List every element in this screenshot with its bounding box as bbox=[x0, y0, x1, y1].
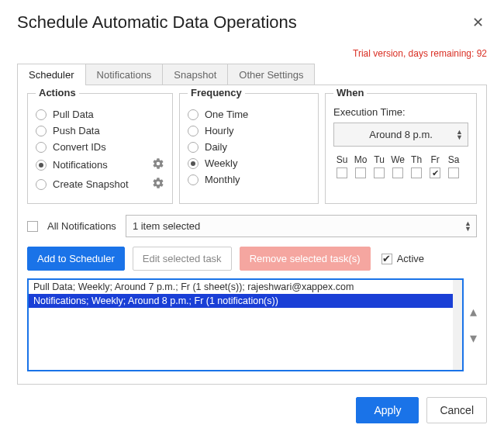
tab-bar: SchedulerNotificationsSnapshotOther Sett… bbox=[17, 64, 487, 85]
day-column-sa: Sa bbox=[445, 154, 462, 178]
stepper-icon: ▲▼ bbox=[464, 221, 471, 232]
frequency-option-label: Daily bbox=[205, 141, 227, 153]
day-column-su: Su bbox=[333, 154, 350, 178]
day-label: Tu bbox=[371, 154, 388, 165]
trial-notice: Trial version, days remaining: 92 bbox=[17, 48, 487, 59]
day-label: Fr bbox=[426, 154, 444, 165]
frequency-option-label: One Time bbox=[205, 109, 248, 120]
all-notifications-checkbox[interactable] bbox=[27, 221, 38, 232]
day-column-mo: Mo bbox=[352, 154, 369, 178]
day-checkbox-fr[interactable]: ✔ bbox=[430, 167, 440, 178]
action-option-convert-ids[interactable]: Convert IDs bbox=[36, 139, 164, 155]
edit-selected-task-button[interactable]: Edit selected task bbox=[133, 247, 232, 271]
action-option-label: Convert IDs bbox=[53, 141, 106, 153]
task-item[interactable]: Pull Data; Weekly; Around 7 p.m.; Fr (1 … bbox=[29, 280, 462, 294]
day-label: We bbox=[389, 154, 406, 165]
radio-icon bbox=[188, 142, 198, 153]
action-option-create-snapshot[interactable]: Create Snapshot bbox=[36, 174, 164, 194]
action-option-label: Pull Data bbox=[53, 109, 94, 120]
action-option-label: Push Data bbox=[53, 125, 100, 136]
scrollbar-track[interactable] bbox=[453, 280, 462, 370]
radio-icon bbox=[188, 158, 198, 169]
add-to-scheduler-button[interactable]: Add to Scheduler bbox=[27, 247, 125, 271]
frequency-option-label: Monthly bbox=[205, 174, 240, 185]
action-option-notifications[interactable]: Notifications bbox=[36, 155, 164, 174]
gear-icon[interactable] bbox=[152, 177, 164, 192]
day-checkbox-sa[interactable] bbox=[448, 167, 459, 178]
day-checkbox-we[interactable] bbox=[392, 167, 403, 178]
scheduler-panel: Actions Pull DataPush DataConvert IDsNot… bbox=[17, 85, 487, 385]
execution-time-value: Around 8 p.m. bbox=[369, 129, 433, 140]
day-column-tu: Tu bbox=[371, 154, 388, 178]
frequency-option-daily[interactable]: Daily bbox=[188, 139, 310, 155]
radio-icon bbox=[36, 142, 47, 153]
radio-icon bbox=[36, 126, 47, 136]
reorder-controls: ▴ ▾ bbox=[470, 278, 477, 371]
action-option-label: Create Snapshot bbox=[53, 178, 129, 190]
dialog-title: Schedule Automatic Data Operations bbox=[17, 12, 297, 33]
radio-icon bbox=[36, 109, 47, 120]
frequency-option-label: Hourly bbox=[205, 125, 234, 136]
active-label: Active bbox=[397, 253, 424, 264]
tab-scheduler[interactable]: Scheduler bbox=[17, 64, 86, 85]
when-group: When Execution Time: Around 8 p.m. ▲▼ Su… bbox=[325, 93, 477, 204]
frequency-option-hourly[interactable]: Hourly bbox=[188, 123, 310, 139]
execution-time-label: Execution Time: bbox=[333, 106, 468, 118]
all-notifications-label: All Notifications bbox=[47, 220, 116, 232]
stepper-icon: ▲▼ bbox=[456, 129, 463, 140]
tab-other-settings[interactable]: Other Settings bbox=[227, 64, 315, 85]
day-column-we: We bbox=[389, 154, 406, 178]
days-row: SuMoTuWeThFr✔Sa bbox=[333, 154, 468, 178]
actions-group: Actions Pull DataPush DataConvert IDsNot… bbox=[27, 93, 173, 204]
radio-icon bbox=[36, 179, 47, 190]
active-checkbox[interactable]: ✔ bbox=[381, 254, 392, 264]
when-legend: When bbox=[333, 87, 367, 98]
actions-legend: Actions bbox=[36, 87, 79, 98]
day-label: Sa bbox=[445, 154, 462, 165]
task-item[interactable]: Notifications; Weekly; Around 8 p.m.; Fr… bbox=[29, 294, 462, 308]
notifications-select[interactable]: 1 item selected ▲▼ bbox=[126, 215, 477, 237]
day-checkbox-tu[interactable] bbox=[374, 167, 385, 178]
action-option-push-data[interactable]: Push Data bbox=[36, 123, 164, 139]
frequency-group: Frequency One TimeHourlyDailyWeeklyMonth… bbox=[179, 93, 319, 204]
notifications-select-value: 1 item selected bbox=[133, 220, 200, 232]
day-checkbox-th[interactable] bbox=[411, 167, 422, 178]
day-label: Th bbox=[408, 154, 425, 165]
remove-selected-tasks-button[interactable]: Remove selected task(s) bbox=[240, 247, 371, 271]
cancel-button[interactable]: Cancel bbox=[426, 397, 487, 423]
day-label: Su bbox=[333, 154, 350, 165]
radio-icon bbox=[188, 126, 198, 136]
radio-icon bbox=[188, 109, 198, 120]
frequency-option-weekly[interactable]: Weekly bbox=[188, 155, 310, 171]
radio-icon bbox=[188, 174, 198, 185]
move-up-icon[interactable]: ▴ bbox=[470, 303, 477, 320]
day-label: Mo bbox=[352, 154, 369, 165]
frequency-option-label: Weekly bbox=[205, 157, 237, 169]
gear-icon[interactable] bbox=[152, 157, 164, 172]
execution-time-select[interactable]: Around 8 p.m. ▲▼ bbox=[333, 123, 468, 147]
apply-button[interactable]: Apply bbox=[356, 397, 419, 423]
frequency-option-monthly[interactable]: Monthly bbox=[188, 171, 310, 188]
day-column-th: Th bbox=[408, 154, 425, 178]
close-icon[interactable]: ✕ bbox=[469, 11, 487, 34]
day-checkbox-mo[interactable] bbox=[355, 167, 366, 178]
action-option-pull-data[interactable]: Pull Data bbox=[36, 106, 164, 123]
tab-notifications[interactable]: Notifications bbox=[85, 64, 164, 85]
frequency-option-one-time[interactable]: One Time bbox=[188, 106, 310, 123]
action-option-label: Notifications bbox=[53, 159, 108, 171]
move-down-icon[interactable]: ▾ bbox=[470, 330, 477, 347]
task-list[interactable]: Pull Data; Weekly; Around 7 p.m.; Fr (1 … bbox=[27, 278, 464, 371]
tab-snapshot[interactable]: Snapshot bbox=[162, 64, 228, 85]
radio-icon bbox=[36, 160, 47, 171]
frequency-legend: Frequency bbox=[188, 87, 245, 98]
day-checkbox-su[interactable] bbox=[337, 167, 347, 178]
day-column-fr: Fr✔ bbox=[426, 154, 444, 178]
